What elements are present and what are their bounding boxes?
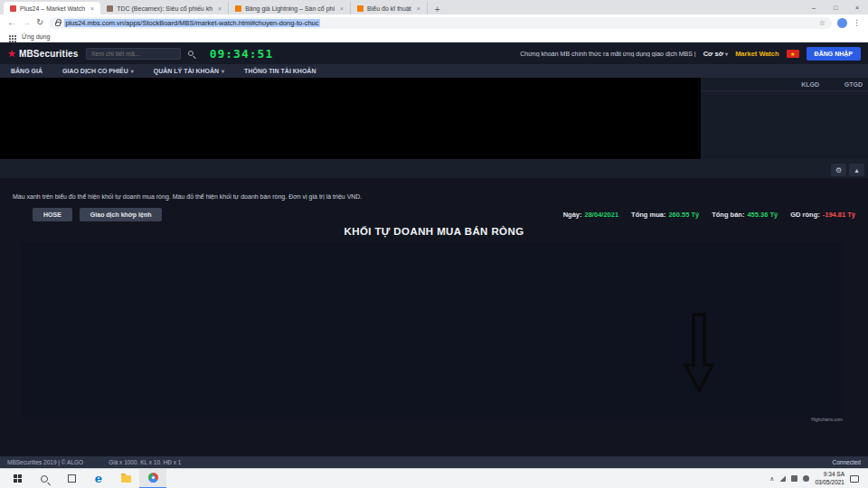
basis-selector[interactable]: Cơ sở ▾ bbox=[703, 50, 728, 58]
edge-button[interactable]: e bbox=[85, 469, 112, 488]
match-type-button[interactable]: Giao dịch khớp lệnh bbox=[80, 208, 163, 221]
address-bar: ← → ↻ plus24.mbs.com.vn/apps/StockBoard/… bbox=[0, 14, 868, 31]
browser-tab-strip: Plus24 – Market Watch×TDC (Becamex): Siê… bbox=[0, 0, 868, 14]
start-button[interactable] bbox=[4, 469, 31, 488]
lock-icon bbox=[55, 22, 61, 26]
bookmarks-label[interactable]: Ứng dụng bbox=[22, 33, 50, 40]
screen: Plus24 – Market Watch×TDC (Becamex): Siê… bbox=[0, 0, 868, 488]
bookmark-star-icon[interactable]: ☆ bbox=[819, 19, 826, 27]
new-tab-button[interactable]: + bbox=[428, 5, 448, 14]
tray-expand-icon[interactable]: ∧ bbox=[769, 475, 774, 483]
status-scale: Giá x 1000. KL x 10. HĐ x 1 bbox=[108, 459, 181, 465]
treemap-section: Highcharts.com bbox=[0, 240, 868, 423]
tab-tools: ⚙ ▴ bbox=[831, 164, 864, 178]
brand-name: MBSecurities bbox=[19, 49, 79, 59]
tab-favicon bbox=[10, 5, 16, 12]
browser-tab[interactable]: Bảng giá Lightning – Sàn cổ phi× bbox=[229, 2, 351, 14]
status-bar: MBSecurities 2019 | © ALGO Giá x 1000. K… bbox=[0, 456, 868, 468]
browser-tab[interactable]: TDC (Becamex): Siêu cổ phiếu kh× bbox=[100, 2, 229, 14]
tab-title: Biểu đồ kĩ thuật bbox=[367, 5, 411, 12]
search-icon bbox=[41, 475, 48, 483]
nav-item-giao-d-ch-c-phi-u[interactable]: GIAO DỊCH CỔ PHIẾU▾ bbox=[62, 68, 134, 74]
tab-title: TDC (Becamex): Siêu cổ phiếu kh bbox=[117, 5, 212, 12]
chevron-down-icon: ▾ bbox=[725, 52, 728, 57]
browser-tab[interactable]: Biểu đồ kĩ thuật× bbox=[351, 2, 428, 14]
profile-avatar[interactable] bbox=[837, 18, 847, 28]
status-right: Connected bbox=[833, 459, 861, 465]
market-tabs: ⚙ ▴ bbox=[0, 159, 868, 178]
battery-icon[interactable] bbox=[791, 475, 797, 482]
search-input[interactable] bbox=[86, 48, 181, 60]
nav-item-qu-n-l-t-i-kho-n[interactable]: QUẢN LÝ TÀI KHOẢN▾ bbox=[154, 68, 224, 74]
login-button[interactable]: ĐĂNG NHẬP bbox=[807, 47, 861, 61]
volume-icon[interactable] bbox=[803, 475, 809, 482]
chrome-button[interactable] bbox=[139, 469, 166, 488]
exchange-button[interactable]: HOSE bbox=[33, 208, 72, 221]
tab-favicon bbox=[107, 5, 113, 12]
tab-close-icon[interactable]: × bbox=[218, 5, 222, 12]
summary-buy: Tổng mua:260.55 Tỷ bbox=[631, 211, 699, 219]
forward-button[interactable]: → bbox=[22, 18, 31, 27]
summary-date: Ngày:28/04/2021 bbox=[563, 211, 618, 219]
gear-icon: ⚙ bbox=[835, 166, 842, 174]
windows-icon bbox=[14, 474, 22, 483]
folder-icon bbox=[121, 475, 131, 483]
maximize-button[interactable]: □ bbox=[825, 0, 846, 14]
taskbar-clock[interactable]: 9:34 SA 03/05/2021 bbox=[815, 471, 844, 485]
tab-close-icon[interactable]: × bbox=[417, 5, 420, 12]
content-spacer bbox=[0, 423, 868, 456]
minimize-button[interactable]: – bbox=[803, 0, 825, 14]
tab-close-icon[interactable]: × bbox=[90, 5, 94, 12]
app-header: ★ MBSecurities 09:34:51 Chứng khoán MB c… bbox=[0, 42, 868, 64]
connection-status: Connected bbox=[833, 459, 861, 465]
nav-item-th-ng-tin-t-i-kho-n[interactable]: THÔNG TIN TÀI KHOẢN bbox=[244, 68, 316, 74]
market-watch-link[interactable]: Market Watch bbox=[735, 50, 778, 58]
network-icon[interactable] bbox=[779, 475, 786, 482]
treemap[interactable] bbox=[23, 242, 844, 419]
status-left: MBSecurities 2019 | © ALGO bbox=[7, 459, 83, 465]
nav-item-b-ng-gi-[interactable]: BẢNG GIÁ bbox=[11, 68, 42, 74]
summary-sell: Tổng bán:455.36 Tỷ bbox=[712, 211, 778, 219]
sub-tabs bbox=[0, 178, 868, 191]
window-controls: – □ × bbox=[803, 0, 868, 14]
app-nav: BẢNG GIÁGIAO DỊCH CỔ PHIẾU▾QUẢN LÝ TÀI K… bbox=[0, 64, 868, 78]
taskbar: e ∧ 9:34 SA 03/05/2021 bbox=[0, 468, 868, 488]
tab-close-icon[interactable]: × bbox=[340, 5, 344, 12]
index-summary-panel: KLGD GTGD bbox=[701, 78, 868, 159]
col-klgd: KLGD bbox=[763, 81, 819, 88]
task-view-icon bbox=[68, 474, 76, 483]
chevron-down-icon: ▾ bbox=[131, 68, 134, 74]
edge-icon: e bbox=[95, 472, 102, 485]
taskbar-search-button[interactable] bbox=[31, 469, 58, 488]
url-text[interactable]: plus24.mbs.com.vn/apps/StockBoard/MBS/ma… bbox=[64, 19, 319, 27]
session-summary: Ngày:28/04/2021 Tổng mua:260.55 Tỷ Tổng … bbox=[563, 211, 855, 219]
filter-row: HOSE Giao dịch khớp lệnh Ngày:28/04/2021… bbox=[0, 202, 868, 226]
file-explorer-button[interactable] bbox=[112, 469, 139, 488]
system-tray: ∧ 9:34 SA 03/05/2021 bbox=[769, 471, 864, 485]
browser-tab[interactable]: Plus24 – Market Watch× bbox=[4, 2, 100, 14]
back-button[interactable]: ← bbox=[7, 18, 16, 27]
chrome-icon bbox=[148, 473, 158, 483]
collapse-button[interactable]: ▴ bbox=[849, 164, 864, 176]
index-panel-header: KLGD GTGD bbox=[701, 80, 868, 91]
tab-favicon bbox=[235, 5, 241, 12]
reload-button[interactable]: ↻ bbox=[36, 18, 43, 27]
summary-net: GD ròng:-194.81 Tỷ bbox=[790, 211, 855, 219]
highcharts-watermark: Highcharts.com bbox=[811, 417, 843, 422]
omnibox[interactable]: plus24.mbs.com.vn/apps/StockBoard/MBS/ma… bbox=[49, 17, 832, 29]
action-center-icon[interactable] bbox=[850, 475, 859, 483]
news-ticker: Chứng khoán MB chính thức ra mắt ứng dụn… bbox=[520, 51, 695, 57]
note-row: Màu xanh trên biểu đồ thể hiện khối tự d… bbox=[0, 191, 868, 202]
settings-button[interactable]: ⚙ bbox=[831, 164, 846, 176]
close-button[interactable]: × bbox=[846, 0, 868, 14]
vietnam-flag-icon[interactable]: ★ bbox=[787, 50, 799, 58]
legend-note: Màu xanh trên biểu đồ thể hiện khối tự d… bbox=[13, 193, 362, 200]
search-icon[interactable] bbox=[188, 51, 193, 56]
tab-title: Bảng giá Lightning – Sàn cổ phi bbox=[245, 5, 335, 12]
task-view-button[interactable] bbox=[58, 469, 85, 488]
tab-favicon bbox=[357, 5, 363, 12]
mini-charts-row: KLGD GTGD bbox=[0, 78, 868, 159]
apps-grid-icon[interactable] bbox=[9, 35, 11, 37]
browser-menu-icon[interactable]: ⋮ bbox=[853, 18, 861, 27]
mbs-logo-icon: ★ bbox=[7, 48, 16, 60]
